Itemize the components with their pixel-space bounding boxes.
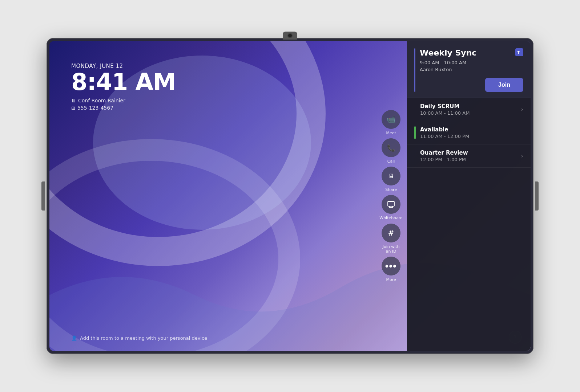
weekly-sync-organizer: Aaron Buxton — [420, 67, 523, 72]
daily-scrum-time: 10:00 AM - 11:00 AM — [420, 110, 470, 116]
available-item[interactable]: Available 11:00 AM - 12:00 PM — [407, 121, 531, 144]
quarter-review-time: 12:00 PM - 1:00 PM — [420, 157, 468, 162]
quarter-review-item[interactable]: Quarter Review 12:00 PM - 1:00 PM › — [407, 144, 531, 168]
hint-text: Add this room to a meeting with your per… — [80, 335, 207, 341]
quarter-review-name: Quarter Review — [420, 150, 468, 156]
share-label: Share — [385, 187, 397, 192]
room-info: 🖥 Conf Room Rainier — [71, 98, 176, 103]
available-status-container — [414, 126, 416, 139]
quarter-review-status-container — [414, 150, 416, 162]
hint-icon: 👤 — [71, 335, 77, 341]
more-dots-icon: ●●● — [385, 264, 397, 268]
screen-frame: MONDAY, JUNE 12 8:41 AM 🖥 Conf Room Rain… — [47, 38, 533, 354]
quarter-review-info: Quarter Review 12:00 PM - 1:00 PM — [420, 150, 468, 162]
daily-scrum-status-container — [414, 103, 416, 116]
right-handle — [535, 181, 539, 211]
whiteboard-icon — [387, 200, 395, 208]
teams-icon: T — [515, 48, 523, 58]
share-button[interactable]: 🖥 Share — [382, 167, 400, 192]
join-id-icon-circle: # — [382, 224, 400, 242]
daily-scrum-info: Daily SCRUM 10:00 AM - 11:00 AM — [420, 103, 470, 116]
daily-scrum-status-dot — [414, 103, 416, 116]
meet-button[interactable]: 📹 Meet — [382, 110, 400, 135]
join-section: Join — [420, 78, 523, 92]
share-icon-circle: 🖥 — [382, 167, 400, 185]
available-info: Available 11:00 AM - 12:00 PM — [420, 126, 469, 139]
room-name: Conf Room Rainier — [78, 98, 125, 103]
quarter-review-status-dot — [414, 150, 416, 162]
phone-number: 555-123-4567 — [77, 105, 113, 111]
screen: MONDAY, JUNE 12 8:41 AM 🖥 Conf Room Rain… — [49, 41, 531, 351]
device-wrapper: MONDAY, JUNE 12 8:41 AM 🖥 Conf Room Rain… — [47, 38, 533, 354]
whiteboard-icon-circle — [382, 195, 400, 214]
svg-rect-3 — [388, 201, 394, 206]
daily-scrum-chevron: › — [521, 106, 523, 113]
card-header: Weekly Sync T — [420, 48, 523, 58]
action-buttons-column: 📹 Meet 📞 Call 🖥 Share — [375, 103, 407, 289]
available-name: Available — [420, 126, 469, 133]
meet-icon: 📹 — [387, 115, 396, 124]
clock-date: MONDAY, JUNE 12 — [71, 63, 176, 69]
weekly-sync-card: Weekly Sync T 9:00 AM - 10:00 AM — [407, 41, 531, 98]
meet-label: Meet — [386, 131, 396, 135]
hashtag-icon: # — [388, 229, 394, 237]
whiteboard-button[interactable]: Whiteboard — [379, 195, 403, 220]
weekly-sync-time: 9:00 AM - 10:00 AM — [420, 60, 523, 65]
daily-scrum-left: Daily SCRUM 10:00 AM - 11:00 AM — [414, 103, 470, 116]
more-button[interactable]: ●●● More — [382, 257, 400, 282]
card-content: Weekly Sync T 9:00 AM - 10:00 AM — [420, 48, 523, 92]
more-label: More — [386, 277, 396, 282]
clock-area: MONDAY, JUNE 12 8:41 AM 🖥 Conf Room Rain… — [71, 63, 176, 111]
available-status-dot — [414, 126, 416, 139]
bottom-hint: 👤 Add this room to a meeting with your p… — [71, 335, 207, 341]
weekly-sync-title: Weekly Sync — [420, 48, 476, 57]
clock-time: 8:41 AM — [71, 69, 176, 95]
meet-icon-circle: 📹 — [382, 110, 400, 129]
available-time: 11:00 AM - 12:00 PM — [420, 134, 469, 139]
camera-lens — [287, 33, 293, 38]
phone-info: ⊞ 555-123-4567 — [71, 105, 176, 111]
card-accent-border — [414, 48, 415, 92]
left-handle — [41, 181, 45, 211]
card-left-border-container: Weekly Sync T 9:00 AM - 10:00 AM — [414, 48, 523, 92]
svg-point-1 — [49, 150, 289, 351]
share-icon: 🖥 — [388, 172, 394, 180]
calendar-panel: Weekly Sync T 9:00 AM - 10:00 AM — [407, 41, 531, 351]
quarter-review-chevron: › — [521, 152, 523, 159]
available-left: Available 11:00 AM - 12:00 PM — [414, 126, 469, 139]
monitor-icon: 🖥 — [71, 98, 76, 103]
quarter-review-left: Quarter Review 12:00 PM - 1:00 PM — [414, 150, 468, 162]
call-label: Call — [387, 159, 395, 164]
daily-scrum-item[interactable]: Daily SCRUM 10:00 AM - 11:00 AM › — [407, 98, 531, 121]
join-button[interactable]: Join — [485, 78, 523, 92]
join-with-id-button[interactable]: # Join with an ID — [382, 224, 400, 254]
right-panel: 📹 Meet 📞 Call 🖥 Share — [375, 41, 531, 351]
daily-scrum-name: Daily SCRUM — [420, 103, 470, 110]
svg-text:T: T — [517, 50, 520, 55]
phone-grid-icon: ⊞ — [71, 105, 75, 111]
join-with-id-label: Join with an ID — [383, 244, 400, 254]
call-icon-circle: 📞 — [382, 138, 400, 157]
whiteboard-label: Whiteboard — [379, 216, 403, 220]
more-icon-circle: ●●● — [382, 257, 400, 275]
call-button[interactable]: 📞 Call — [382, 138, 400, 164]
camera-bump — [283, 32, 297, 40]
call-icon: 📞 — [387, 144, 395, 152]
